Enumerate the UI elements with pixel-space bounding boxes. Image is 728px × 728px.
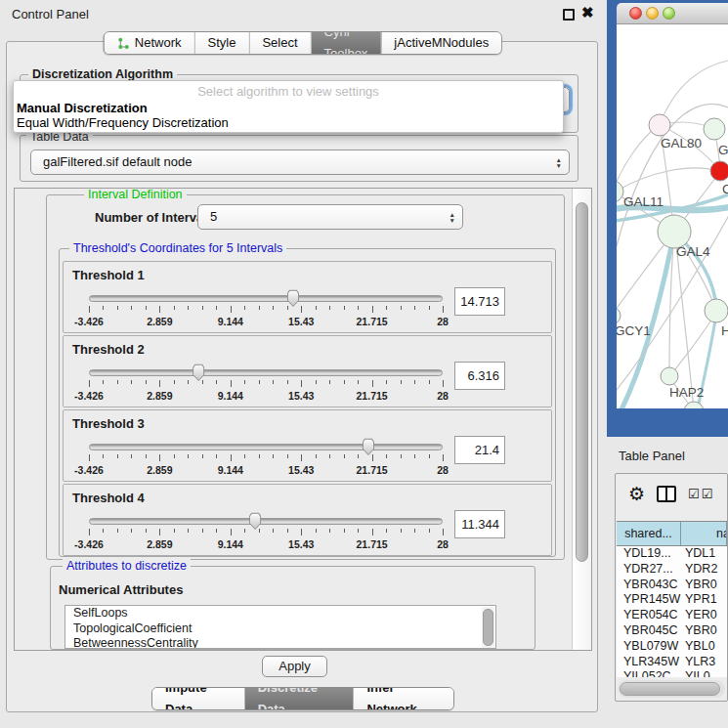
- tab-label: Infer Network: [366, 687, 441, 710]
- zoom-button[interactable]: [663, 7, 675, 20]
- apply-button[interactable]: Apply: [262, 656, 327, 677]
- network-node-gcy1[interactable]: [617, 307, 621, 324]
- table-cell: YBL0: [681, 639, 727, 655]
- viewport-scrollbar: [572, 189, 591, 650]
- tab-discretize-data[interactable]: Discretize Data: [244, 688, 354, 709]
- close-icon[interactable]: ✖: [581, 4, 594, 21]
- table-row[interactable]: YDR27...YDR2: [617, 562, 727, 578]
- tab-label: Impute Data: [165, 687, 232, 710]
- table-row[interactable]: YPR145WYPR1: [617, 592, 727, 608]
- table-cell: YBL079W: [617, 639, 681, 655]
- node-label-partial: H: [721, 323, 728, 338]
- network-node-gal11[interactable]: [617, 181, 623, 202]
- network-node[interactable]: [705, 299, 728, 322]
- threshold-value-field[interactable]: 21.4: [454, 436, 505, 464]
- tab-jactivemnodules[interactable]: jActiveMNodules: [380, 32, 501, 54]
- tick-mark: [216, 380, 217, 384]
- threshold-panel-1: Threshold 1-3.4262.8599.14415.4321.71528…: [63, 261, 552, 333]
- tick-mark: [117, 529, 118, 533]
- column-header-shared-name[interactable]: shared...: [617, 521, 681, 546]
- minimize-button[interactable]: [646, 7, 659, 20]
- network-node[interactable]: [704, 118, 725, 140]
- node-table: shared... na YDL19...YDL1YDR27...YDR2YBR…: [617, 521, 727, 677]
- threshold-value-field[interactable]: 11.344: [454, 510, 505, 538]
- network-node-gal4[interactable]: [658, 215, 691, 248]
- table-cell: YBR0: [681, 578, 727, 593]
- close-button[interactable]: [629, 7, 642, 20]
- attribute-item-betweennesscentrality[interactable]: BetweennessCentrality: [65, 636, 495, 649]
- threshold-value-field[interactable]: 14.713: [454, 287, 505, 316]
- network-node-gal80[interactable]: [649, 114, 670, 136]
- tick-mark: [329, 454, 330, 458]
- number-of-intervals-value: 5: [210, 205, 217, 229]
- table-cell: YLR3: [681, 655, 727, 670]
- tick-mark: [329, 529, 330, 533]
- tab-style[interactable]: Style: [194, 32, 249, 54]
- tick-mark: [386, 454, 387, 458]
- threshold-slider-thumb[interactable]: [248, 512, 263, 530]
- table-row[interactable]: YLR345WYLR3: [617, 655, 727, 670]
- network-node-selected-red[interactable]: [710, 161, 728, 181]
- node-label-gcy1: GCY1: [617, 323, 651, 338]
- threshold-slider-track[interactable]: [89, 518, 443, 525]
- tick-label: 28: [437, 464, 449, 476]
- number-of-intervals-combo[interactable]: 5 ▲▼: [197, 204, 463, 230]
- float-window-icon[interactable]: [563, 9, 575, 21]
- threshold-slider-track[interactable]: [89, 295, 443, 302]
- tick-label: 21.715: [357, 538, 388, 550]
- checkboxes-icon[interactable]: ☑☑: [688, 487, 714, 501]
- viewport-scrollbar-thumb[interactable]: [576, 202, 588, 562]
- gear-icon[interactable]: ⚙: [628, 483, 645, 505]
- tab-impute-data[interactable]: Impute Data: [152, 688, 244, 709]
- table-data-combo[interactable]: galFiltered.sif default node ▲▼: [30, 150, 570, 175]
- table-row[interactable]: YDL19...YDL1: [617, 546, 727, 562]
- table-cell: YBR0: [681, 623, 727, 639]
- threshold-slider-track[interactable]: [89, 444, 443, 450]
- threshold-slider-thumb[interactable]: [192, 364, 206, 381]
- table-cell: YER0: [681, 608, 727, 623]
- attribute-item-topologicalcoefficient[interactable]: TopologicalCoefficient: [65, 621, 495, 637]
- network-node-hap2[interactable]: [661, 367, 678, 385]
- threshold-slider-track[interactable]: [89, 369, 443, 376]
- tick-mark: [131, 529, 132, 533]
- tick-mark: [174, 380, 175, 384]
- tab-label: jActiveMNodules: [394, 32, 489, 54]
- tick-mark: [244, 529, 245, 533]
- tick-mark: [159, 380, 160, 387]
- tick-mark: [174, 454, 175, 458]
- table-data-value: galFiltered.sif default node: [43, 150, 192, 174]
- table-hscrollbar-thumb[interactable]: [620, 682, 720, 696]
- table-row[interactable]: YBR045CYBR0: [617, 623, 727, 639]
- network-window-titlebar[interactable]: [617, 3, 728, 24]
- network-node[interactable]: [684, 402, 704, 408]
- table-row[interactable]: YBR043CYBR0: [617, 578, 727, 593]
- attributes-group: Attributes to discretize Numerical Attri…: [50, 566, 535, 650]
- table-header: shared... na: [617, 521, 727, 546]
- tick-mark: [386, 306, 387, 310]
- table-row[interactable]: YIL052CYIL0: [617, 669, 727, 677]
- tick-label: 9.144: [218, 464, 243, 476]
- tab-label: Cyni Toolbox: [324, 31, 368, 55]
- column-header-name[interactable]: na: [681, 521, 727, 546]
- settings-scroll-viewport: Interval Definition Number of Intervals …: [14, 188, 592, 651]
- tick-label: 15.43: [288, 316, 314, 327]
- threshold-slider-thumb[interactable]: [285, 289, 300, 307]
- threshold-value-field[interactable]: 6.316: [454, 362, 505, 390]
- network-canvas[interactable]: GAL80 GA C GAL11 GAL4 GCY1 H HAP2: [617, 24, 728, 408]
- tick-label: 2.859: [147, 316, 172, 327]
- tab-select[interactable]: Select: [248, 32, 310, 54]
- table-row[interactable]: YBL079WYBL0: [617, 639, 727, 655]
- tick-mark: [401, 380, 402, 384]
- threshold-slider-thumb[interactable]: [361, 438, 375, 455]
- table-row[interactable]: YER054CYER0: [617, 608, 727, 623]
- tab-infer-network[interactable]: Infer Network: [353, 688, 453, 709]
- tab-cyni-toolbox[interactable]: Cyni Toolbox: [311, 32, 381, 54]
- attributes-scrollbar-thumb[interactable]: [483, 609, 493, 646]
- slider-tick-labels: -3.4262.8599.14415.4321.71528: [89, 538, 443, 550]
- algorithm-option-manual-discretization[interactable]: Manual Discretization: [17, 101, 148, 115]
- thresholds-container: Threshold 1-3.4262.8599.14415.4321.71528…: [63, 261, 552, 558]
- tab-network[interactable]: Network: [105, 32, 194, 54]
- algorithm-option-equal-width-frequency-discretization[interactable]: Equal Width/Frequency Discretization: [17, 115, 229, 130]
- split-columns-icon[interactable]: [657, 486, 676, 502]
- attribute-item-selfloops[interactable]: SelfLoops: [65, 606, 495, 621]
